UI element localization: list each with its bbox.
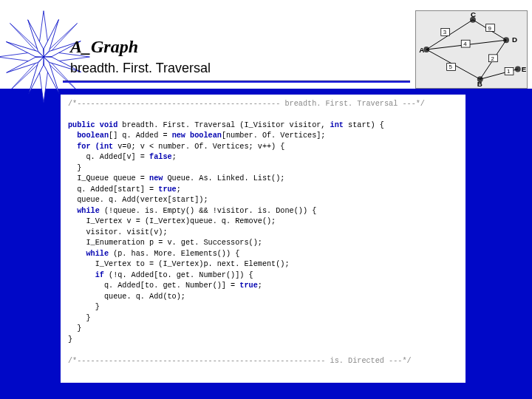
- svg-text:2: 2: [491, 55, 494, 62]
- header-rule: [63, 81, 410, 83]
- svg-text:9: 9: [488, 25, 491, 32]
- node-label-a: A: [419, 46, 424, 54]
- svg-text:1: 1: [507, 68, 510, 75]
- svg-text:5: 5: [449, 64, 453, 70]
- svg-point-20: [515, 66, 521, 72]
- code-listing: /*--------------------------------------…: [61, 95, 466, 383]
- node-label-e: E: [522, 65, 527, 73]
- node-label-d: D: [512, 35, 517, 44]
- svg-text:3: 3: [443, 29, 447, 35]
- svg-text:4: 4: [463, 41, 467, 47]
- starburst-icon: [0, 9, 92, 105]
- graph-diagram: A C D B E 3 4 5 9 2 1: [415, 10, 528, 89]
- page-title: A_Graph: [70, 37, 138, 57]
- node-label-b: B: [477, 80, 482, 88]
- node-label-c: C: [471, 11, 476, 18]
- page-subtitle: breadth. First. Traversal: [70, 61, 211, 76]
